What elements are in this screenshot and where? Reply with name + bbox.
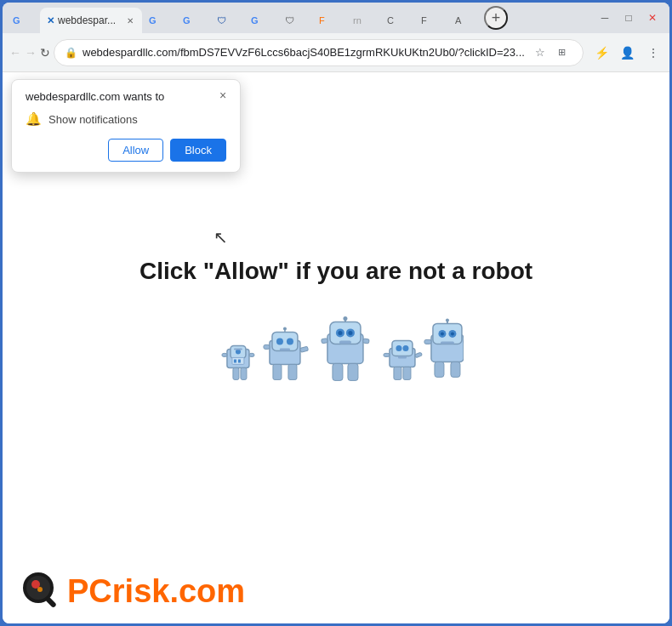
svg-rect-40 [384,353,390,356]
svg-rect-36 [392,340,413,356]
tab-favicon-1: G [13,15,20,26]
svg-rect-50 [441,341,454,344]
minimize-btn[interactable]: ─ [595,8,615,28]
pcrisk-logo: PCrisk.com [20,569,245,613]
tab-a[interactable]: A [448,8,482,33]
profile-icon[interactable]: ⊞ [552,43,572,63]
tab-favicon-c1: 🛡 [217,15,226,26]
pcrisk-text: PCrisk.com [67,573,245,610]
menu-btn[interactable]: ⋮ [641,41,665,65]
cursor-arrow: ↖ [214,227,228,248]
svg-rect-19 [288,364,297,379]
page-heading: Click "Allow" if you are not a robot [140,258,532,285]
url-bar[interactable]: 🔒 webdespardllc.com/fbmDS7EVVzF6Lccs6bac… [54,39,584,66]
svg-rect-61 [45,596,57,608]
browser-window: G ✕ webdespar... ✕ G G 🛡 G 🛡 F rn C [3,3,669,623]
popup-actions: Allow Block [26,139,226,162]
tab-bar: G ✕ webdespar... ✕ G G 🛡 G 🛡 F rn C [3,3,669,33]
profile-btn[interactable]: 👤 [616,41,640,65]
svg-rect-3 [234,348,242,350]
tab-active-label: webdespar... [58,14,120,26]
svg-rect-4 [233,367,239,379]
svg-point-48 [441,332,444,335]
tab-favicon-g3: G [183,15,191,26]
tab-c1[interactable]: 🛡 [210,8,244,33]
tab-favicon-g2: G [149,15,157,26]
tab-inactive-1[interactable]: G [6,8,40,33]
tab-g4[interactable]: G [244,8,278,33]
svg-rect-9 [234,359,236,362]
notification-popup: webdespardllc.com wants to × 🔔 Show noti… [11,79,241,173]
svg-rect-12 [272,332,298,350]
forward-button[interactable]: → [25,41,37,65]
close-btn[interactable]: ✕ [642,8,663,28]
popup-close-btn[interactable]: × [214,87,231,104]
tab-active-favicon: ✕ [47,15,54,26]
maximize-btn[interactable]: □ [618,8,639,28]
tab-g3[interactable]: G [176,8,210,33]
svg-rect-32 [348,363,358,380]
tab-favicon-cc: C [387,15,394,26]
robot-section: Click "Allow" if you are not a robot [140,258,532,421]
svg-rect-42 [394,367,401,379]
tab-favicon-a: A [455,15,461,26]
tab-close-btn[interactable]: ✕ [123,14,137,27]
tab-favicon-m: 🛡 [285,15,294,26]
tab-m[interactable]: 🛡 [278,8,312,33]
svg-rect-54 [451,361,460,377]
svg-point-34 [344,316,348,321]
svg-point-13 [276,338,283,344]
tab-favicon-rn: rn [353,15,362,26]
svg-point-26 [339,331,343,335]
tab-active[interactable]: ✕ webdespar... ✕ [40,8,142,33]
url-text: webdespardllc.com/fbmDS7EVVzF6Lccs6bacjS… [83,46,525,59]
bell-icon: 🔔 [26,111,42,127]
allow-button[interactable]: Allow [108,139,163,162]
tab-favicon-f: F [319,15,325,26]
svg-point-60 [37,587,43,592]
popup-title: webdespardllc.com wants to [26,90,226,103]
svg-rect-15 [280,348,290,350]
tab-cc[interactable]: C [380,8,414,33]
tab-favicon-f2: F [421,15,427,26]
pcrisk-dotcom: .com [169,573,245,609]
block-button[interactable]: Block [170,139,226,162]
pcrisk-risk: risk [112,573,170,609]
bookmark-star-icon[interactable]: ☆ [530,43,550,63]
popup-permission-text: Show notifications [48,113,138,126]
address-bar: ← → ↻ 🔒 webdespardllc.com/fbmDS7EVVzF6Lc… [3,33,669,72]
svg-rect-43 [403,367,411,379]
robots-illustration [208,310,464,421]
svg-rect-41 [415,352,423,357]
back-button[interactable]: ← [9,41,21,65]
tab-f[interactable]: F [312,8,346,33]
svg-point-49 [451,332,454,335]
pcrisk-pc: PC [67,573,112,609]
popup-permission: 🔔 Show notifications [26,111,226,127]
tab-bar-right: ─ □ ✕ [595,8,666,28]
new-tab-button[interactable]: + [484,6,508,30]
svg-rect-45 [433,323,462,344]
svg-rect-6 [222,353,227,356]
lock-icon: 🔒 [65,47,77,59]
url-bar-icons: ☆ ⊞ [530,43,572,63]
svg-rect-16 [264,344,270,349]
svg-point-56 [446,318,449,322]
refresh-button[interactable]: ↻ [40,41,50,65]
extensions-btn[interactable]: ⚡ [590,41,614,65]
tab-f2[interactable]: F [414,8,448,33]
svg-rect-18 [273,364,282,379]
tab-rn[interactable]: rn [346,8,380,33]
svg-point-14 [287,338,293,344]
svg-rect-5 [241,367,247,379]
svg-rect-10 [238,359,241,362]
pcrisk-magnifier-icon [20,569,64,613]
svg-point-38 [403,345,409,351]
tab-favicon-g4: G [251,15,259,26]
svg-point-37 [396,345,402,351]
svg-rect-28 [339,340,351,344]
svg-point-21 [283,327,287,330]
svg-rect-30 [363,339,370,344]
tab-g2[interactable]: G [142,8,176,33]
svg-rect-17 [300,346,309,352]
